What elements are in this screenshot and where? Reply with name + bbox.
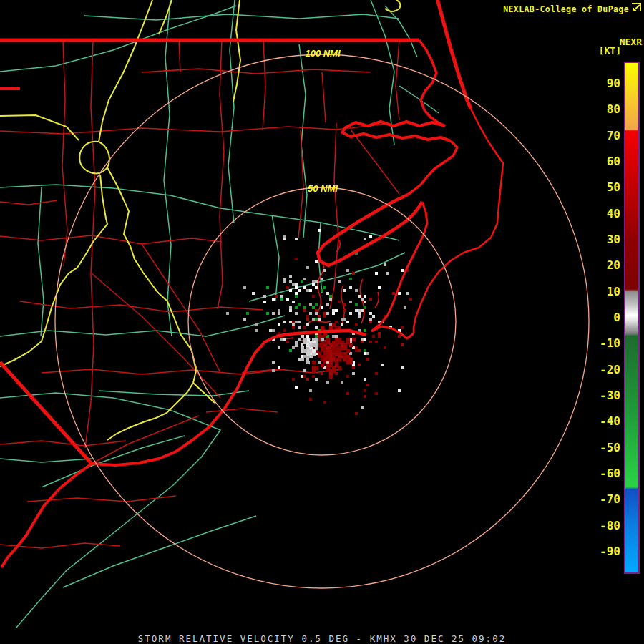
colorbar-tick: -10 [592,336,620,351]
colorbar-tick: 80 [592,102,620,117]
map-canvas [0,0,644,644]
range-rings [55,54,589,588]
colorbar-tick: 70 [592,129,620,143]
coastline [0,0,503,567]
units-label: [KT] [599,45,621,56]
colorbar-tick: -80 [592,519,620,533]
ring-label-100nmi: 100 NMI [288,48,357,59]
colorbar-tick: 40 [592,207,620,221]
colorbar-tick: -40 [592,414,620,429]
colorbar-tick: -60 [592,467,620,481]
colorbar-tick: 50 [592,180,620,195]
colorbar-tick: 20 [592,258,620,273]
brand-title: NEXLAB-College of DuPage [503,4,629,14]
velocity-colorbar [624,62,640,574]
colorbar-tick: -50 [592,441,620,455]
product-label: NEXR [620,36,642,47]
roads-secondary-red [0,40,399,548]
colorbar-tick: -20 [592,363,620,377]
colorbar-tick: -90 [592,545,620,559]
colorbar-tick: 60 [592,155,620,169]
colorbar-tick: 10 [592,285,620,299]
product-caption: STORM RELATIVE VELOCITY 0.5 DEG - KMHX 3… [0,633,644,644]
colorbar-tick: -70 [592,492,620,507]
colorbar-tick: 90 [592,77,620,91]
colorbar-tick: 0 [592,311,620,325]
colorbar-tick: 30 [592,233,620,247]
range-ring-100nmi [55,54,589,588]
ring-label-50nmi: 50 NMI [288,183,357,194]
brand-logo-icon [630,3,643,14]
colorbar-tick: -30 [592,389,620,403]
radar-display: NEXLAB-College of DuPage NEXR [KT] 90807… [0,0,644,644]
